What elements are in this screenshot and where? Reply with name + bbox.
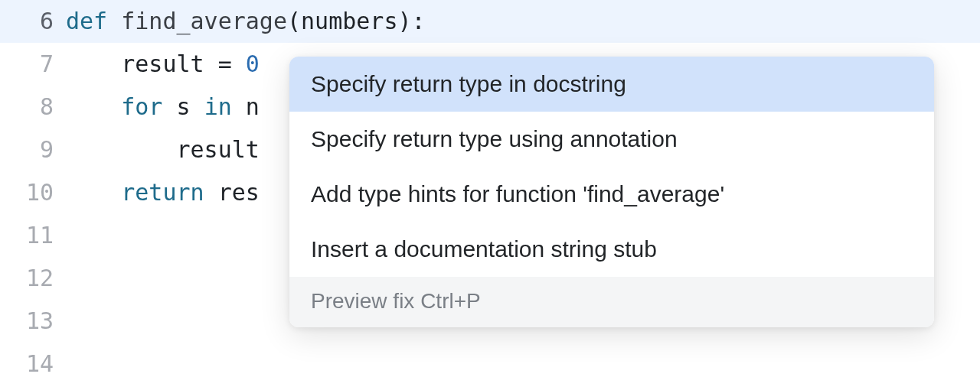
line-number: 13 bbox=[0, 300, 66, 343]
code-token bbox=[66, 179, 121, 206]
line-number: 9 bbox=[0, 128, 66, 171]
line-number: 14 bbox=[0, 343, 66, 385]
code-content[interactable]: for s in n bbox=[66, 86, 260, 128]
code-token: (numbers): bbox=[287, 8, 426, 34]
code-token: n bbox=[232, 93, 260, 120]
intention-actions-popup: Specify return type in docstringSpecify … bbox=[289, 57, 934, 327]
intention-action-item[interactable]: Insert a documentation string stub bbox=[289, 222, 934, 277]
intention-action-item[interactable]: Specify return type in docstring bbox=[289, 57, 934, 112]
code-token: def bbox=[66, 8, 107, 34]
code-token: return bbox=[121, 179, 204, 206]
code-content[interactable]: def find_average(numbers): bbox=[66, 0, 426, 43]
code-token bbox=[107, 8, 121, 34]
code-line[interactable]: 6def find_average(numbers): bbox=[0, 0, 980, 43]
intention-action-item[interactable]: Add type hints for function 'find_averag… bbox=[289, 167, 934, 222]
code-content[interactable]: result bbox=[66, 128, 260, 171]
code-line[interactable]: 14 bbox=[0, 343, 980, 385]
intention-action-item[interactable]: Specify return type using annotation bbox=[289, 112, 934, 167]
code-token: for bbox=[121, 93, 162, 120]
code-token: = bbox=[218, 50, 246, 77]
code-token: 0 bbox=[246, 50, 260, 77]
code-token bbox=[66, 93, 121, 120]
line-number: 12 bbox=[0, 257, 66, 300]
line-number: 10 bbox=[0, 171, 66, 214]
line-number: 8 bbox=[0, 86, 66, 128]
code-token: find_average bbox=[121, 8, 287, 34]
code-content[interactable]: return res bbox=[66, 171, 260, 214]
code-token: result bbox=[66, 136, 260, 163]
code-token: res bbox=[204, 179, 260, 206]
code-token: result bbox=[66, 50, 218, 77]
line-number: 7 bbox=[0, 43, 66, 86]
line-number: 6 bbox=[0, 0, 66, 43]
line-number: 11 bbox=[0, 214, 66, 257]
code-token: s bbox=[162, 93, 204, 120]
code-token: in bbox=[204, 93, 232, 120]
code-content[interactable]: result = 0 bbox=[66, 43, 260, 86]
popup-footer-hint: Preview fix Ctrl+P bbox=[289, 277, 934, 327]
